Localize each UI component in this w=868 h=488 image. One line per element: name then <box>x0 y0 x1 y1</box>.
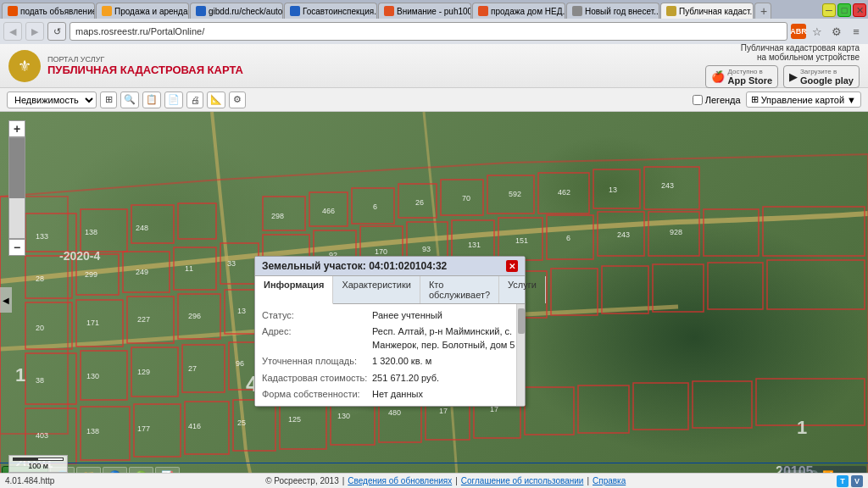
svg-text:6: 6 <box>373 202 377 211</box>
svg-rect-64 <box>525 387 574 435</box>
toolbar-btn-4[interactable]: 📄 <box>164 92 183 108</box>
svg-rect-66 <box>633 383 688 430</box>
svg-text:298: 298 <box>271 212 284 220</box>
svg-text:227: 227 <box>137 315 150 324</box>
svg-text:243: 243 <box>617 230 630 239</box>
svg-text:25: 25 <box>237 419 246 427</box>
toolbar-btn-2[interactable]: 🔍 <box>120 92 139 108</box>
svg-text:1: 1 <box>15 364 25 385</box>
popup-tab-services[interactable]: Услуги <box>499 276 546 303</box>
abr-icon[interactable]: ABR <box>791 24 806 39</box>
toolbar-btn-7[interactable]: ⚙ <box>229 92 246 108</box>
tab-4[interactable]: Госавтоинспекция... ✕ <box>284 3 377 19</box>
svg-rect-29 <box>25 302 72 349</box>
tab-label-6: продажа дом НЕД... <box>491 7 565 16</box>
popup-close-btn[interactable]: ✕ <box>506 260 518 272</box>
svg-text:249: 249 <box>136 268 148 276</box>
address-bar-row: ◀ ▶ ↺ ABR ☆ ⚙ ≡ <box>0 19 868 44</box>
toolbar-btn-1[interactable]: ⊞ <box>100 92 117 108</box>
popup-tab-who[interactable]: Кто обслуживает? <box>420 276 499 303</box>
popup-value-address: Респ. Алтай, р-н Майминский, с. Манжерок… <box>372 325 518 352</box>
popup-label-address: Адрес: <box>262 325 372 352</box>
svg-text:6: 6 <box>566 234 570 242</box>
svg-text:26: 26 <box>415 198 424 207</box>
toolbar-btn-6[interactable]: 📐 <box>207 92 225 108</box>
svg-text:27: 27 <box>188 364 197 373</box>
tab-7[interactable]: Новый год внесет... ✕ <box>566 3 659 19</box>
twitter-icon[interactable]: T <box>837 475 849 487</box>
nav-arrow-left[interactable]: ◀ <box>0 287 12 313</box>
svg-text:13: 13 <box>609 186 617 194</box>
logo-title-label: ПУБЛИЧНАЯ КАДАСТРОВАЯ КАРТА <box>47 64 243 76</box>
svg-text:125: 125 <box>288 415 301 424</box>
minimize-btn[interactable]: ─ <box>822 3 836 17</box>
toolbar-btn-3[interactable]: 📋 <box>142 92 161 108</box>
new-tab-btn[interactable]: + <box>754 3 771 19</box>
realty-select[interactable]: Недвижимость <box>7 92 97 108</box>
zoom-out-btn[interactable]: − <box>8 239 25 256</box>
address-input[interactable] <box>70 22 787 41</box>
popup-title: Земельный участок: 04:01:020104:32 <box>262 260 447 272</box>
svg-text:133: 133 <box>36 232 48 241</box>
settings-icon[interactable]: ⚙ <box>828 23 845 40</box>
svg-rect-68 <box>756 379 865 425</box>
map-area[interactable]: 1 20101 1 20105 -2020-4 4 133 138 248 29… <box>0 112 868 488</box>
svg-text:70: 70 <box>462 194 470 202</box>
svg-text:93: 93 <box>422 245 431 253</box>
svg-text:38: 38 <box>36 376 44 385</box>
googleplay-btn[interactable]: ▶ Загрузите в Google play <box>783 65 860 88</box>
svg-text:1: 1 <box>797 417 807 438</box>
tab-6[interactable]: продажа дом НЕД... ✕ <box>472 3 565 19</box>
svg-text:928: 928 <box>670 228 682 236</box>
svg-text:403: 403 <box>36 431 48 440</box>
toolbar-right: Легенда ⊞ Управление картой ▼ <box>693 92 861 108</box>
zoom-in-btn[interactable]: + <box>8 120 25 137</box>
tab-favicon-6 <box>478 6 488 16</box>
maximize-btn[interactable]: □ <box>837 3 851 17</box>
appstore-btn[interactable]: 🍎 Доступно в App Store <box>705 65 778 88</box>
tab-favicon-7 <box>572 6 582 16</box>
grid-icon: ⊞ <box>751 94 759 105</box>
tab-8[interactable]: Публичная кадаст... ✕ <box>660 3 754 19</box>
footer-link-terms[interactable]: Соглашение об использовании <box>461 476 584 485</box>
popup-tab-info[interactable]: Информация <box>255 276 333 304</box>
svg-text:151: 151 <box>515 236 528 245</box>
tab-1[interactable]: подать объявление... ✕ <box>2 3 95 19</box>
svg-text:130: 130 <box>337 412 350 420</box>
footer-link-updates[interactable]: Сведения об обновлениях <box>348 476 452 485</box>
footer-link-help[interactable]: Справка <box>593 476 626 485</box>
browser-chrome: подать объявление... ✕ Продажа и аренда.… <box>0 0 868 488</box>
popup-value-area: 1 320.00 кв. м <box>372 355 518 368</box>
svg-rect-44 <box>767 260 865 309</box>
forward-btn[interactable]: ▶ <box>25 22 44 41</box>
vk-icon[interactable]: V <box>851 475 863 487</box>
logo-portal-label: ПОРТАЛ УСЛУГ <box>47 55 243 64</box>
apple-icon: 🍎 <box>711 70 725 83</box>
popup-label-cost: Кадастровая стоимость: <box>262 372 372 385</box>
map-toolbar: Недвижимость ⊞ 🔍 📋 📄 🖨 📐 ⚙ Легенда ⊞ Упр… <box>0 88 868 112</box>
svg-rect-65 <box>578 385 629 433</box>
close-btn[interactable]: ✕ <box>853 3 866 17</box>
menu-icon[interactable]: ≡ <box>848 23 865 40</box>
toolbar-btn-5[interactable]: 🖨 <box>186 92 203 108</box>
bookmark-star-icon[interactable]: ☆ <box>809 23 826 40</box>
back-btn[interactable]: ◀ <box>3 22 22 41</box>
svg-text:20: 20 <box>36 324 44 332</box>
svg-text:11: 11 <box>185 264 193 273</box>
googleplay-prefix: Загрузите в <box>800 68 854 75</box>
page-footer: 4.01.484.http © Росреестр, 2013 | Сведен… <box>0 473 868 488</box>
legend-checkbox[interactable] <box>693 95 703 105</box>
tab-2[interactable]: Продажа и аренда... ✕ <box>96 3 189 19</box>
header-stores: 🍎 Доступно в App Store ▶ Загрузите в Goo… <box>705 65 860 88</box>
map-control-btn[interactable]: ⊞ Управление картой ▼ <box>746 92 861 108</box>
tab-label-2: Продажа и аренда... <box>114 7 189 16</box>
popup-value-cost: 251 671.20 руб. <box>372 372 518 385</box>
popup-value-ownership: Нет данных <box>372 388 518 401</box>
tab-favicon-2 <box>102 6 112 16</box>
footer-social: T V <box>837 475 863 487</box>
popup-tab-chars[interactable]: Характеристики <box>333 276 420 303</box>
reload-btn[interactable]: ↺ <box>47 22 66 41</box>
tab-5[interactable]: Внимание - puh100... ✕ <box>378 3 471 19</box>
legend-checkbox-label[interactable]: Легенда <box>693 95 741 105</box>
tab-3[interactable]: gibdd.ru/check/auto... ✕ <box>190 3 283 19</box>
